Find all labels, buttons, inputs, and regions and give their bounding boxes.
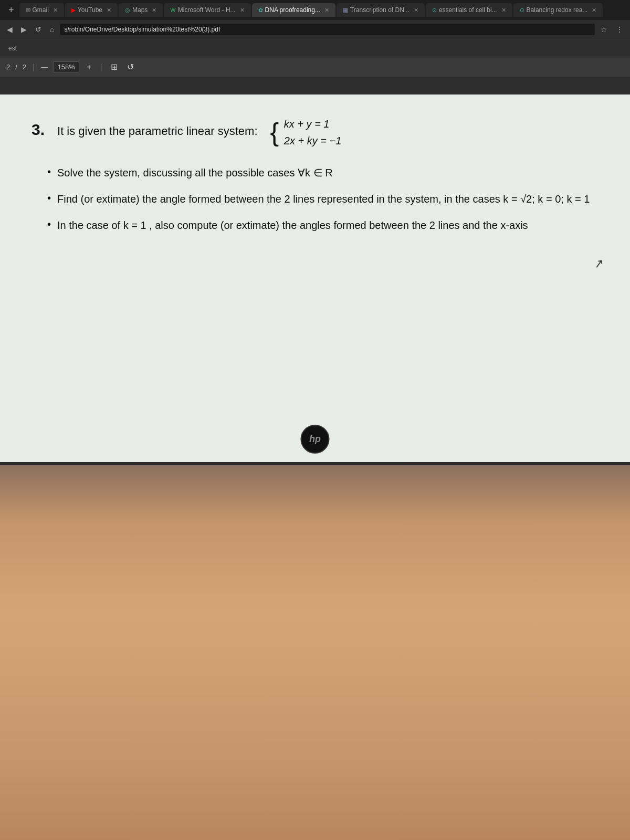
- bookmark-button[interactable]: ☆: [598, 24, 610, 35]
- tab-gmail-close[interactable]: ✕: [53, 7, 58, 14]
- tab-dna-label: DNA proofreading...: [265, 6, 320, 14]
- tab-balancing-label: Balancing redox rea...: [527, 6, 588, 14]
- pdf-rotate-button[interactable]: ↺: [125, 61, 136, 73]
- pdf-page: 3. It is given the parametric linear sys…: [0, 94, 630, 462]
- question-intro-text: It is given the parametric linear system…: [57, 124, 257, 138]
- menu-button[interactable]: ⋮: [613, 24, 626, 35]
- pdf-toolbar: 2 / 2 | — + | ⊞ ↺: [0, 57, 630, 77]
- tab-essentials-close[interactable]: ✕: [501, 7, 506, 14]
- youtube-favicon: ▶: [71, 7, 76, 14]
- tab-msword[interactable]: W Microsoft Word - H... ✕: [164, 3, 250, 17]
- screen-hp-text: hp: [309, 434, 321, 445]
- essentials-favicon: ⊙: [432, 7, 437, 14]
- tab-maps-close[interactable]: ✕: [152, 7, 156, 14]
- dna-favicon: ✿: [258, 7, 263, 14]
- brace-symbol: {: [270, 118, 279, 147]
- msword-favicon: W: [170, 7, 175, 13]
- pdf-zoom-input[interactable]: [53, 61, 79, 72]
- bullet-dot-3: •: [47, 218, 51, 230]
- equation-line-2: 2x + ky = −1: [284, 132, 342, 149]
- balancing-favicon: ⊙: [520, 7, 524, 14]
- screen-hp-logo: hp: [301, 425, 330, 454]
- tab-balancing-close[interactable]: ✕: [592, 7, 596, 14]
- bullet-dot-2: •: [47, 192, 51, 204]
- tab-transcription[interactable]: ▦ Transcription of DN... ✕: [337, 3, 425, 17]
- bookmarks-bar: est: [0, 39, 630, 57]
- pdf-zoom-plus[interactable]: +: [85, 61, 93, 73]
- bookmark-tab-label: est: [4, 43, 21, 54]
- laptop-screen: + ✉ Gmail ✕ ▶ YouTube ✕ ◎ Maps ✕ W: [0, 0, 630, 462]
- tab-gmail[interactable]: ✉ Gmail ✕: [19, 3, 64, 17]
- bullet-item-2: • Find (or extimate) the angle formed be…: [47, 191, 598, 207]
- equation-lines: kx + y = 1 2x + ky = −1: [284, 116, 342, 149]
- pdf-sep2: |: [100, 62, 102, 72]
- maps-favicon: ◎: [125, 7, 130, 14]
- question-number: 3.: [32, 121, 45, 139]
- tab-maps[interactable]: ◎ Maps ✕: [119, 3, 163, 17]
- pdf-separator: |: [33, 62, 35, 72]
- transcription-favicon: ▦: [343, 7, 348, 14]
- tab-youtube-label: YouTube: [78, 6, 102, 14]
- tab-msword-label: Microsoft Word - H...: [178, 6, 236, 14]
- address-input[interactable]: [60, 24, 595, 35]
- tab-gmail-label: Gmail: [33, 6, 49, 14]
- tab-transcription-close[interactable]: ✕: [414, 7, 418, 14]
- tab-dna[interactable]: ✿ DNA proofreading... ✕: [252, 3, 335, 17]
- pdf-fit-button[interactable]: ⊞: [109, 61, 120, 73]
- question-header: 3. It is given the parametric linear sys…: [32, 116, 598, 149]
- forward-button[interactable]: ▶: [18, 24, 29, 35]
- bullet-item-1: • Solve the system, discussing all the p…: [47, 165, 598, 181]
- bullet-item-3: • In the case of k = 1 , also compute (o…: [47, 217, 598, 233]
- bullet-text-3: In the case of k = 1 , also compute (or …: [57, 217, 528, 233]
- cursor-arrow: ↗: [593, 257, 605, 272]
- equation-line-1: kx + y = 1: [284, 116, 342, 132]
- tab-transcription-label: Transcription of DN...: [350, 6, 410, 14]
- back-button[interactable]: ◀: [4, 24, 15, 35]
- tab-balancing[interactable]: ⊙ Balancing redox rea... ✕: [513, 3, 603, 17]
- pdf-dash: —: [41, 63, 48, 71]
- bullet-dot-1: •: [47, 166, 51, 178]
- bullet-list: • Solve the system, discussing all the p…: [47, 165, 598, 233]
- address-bar-row: ◀ ▶ ↺ ⌂ ☆ ⋮: [0, 20, 630, 39]
- home-button[interactable]: ⌂: [47, 24, 57, 35]
- pdf-page-total: 2: [23, 63, 26, 71]
- bullet-text-2: Find (or extimate) the angle formed betw…: [57, 191, 590, 207]
- new-tab-button[interactable]: +: [4, 3, 18, 18]
- tab-essentials[interactable]: ⊙ essentials of cell bi... ✕: [426, 3, 512, 17]
- browser-chrome: + ✉ Gmail ✕ ▶ YouTube ✕ ◎ Maps ✕ W: [0, 0, 630, 94]
- pdf-page-sep: /: [15, 63, 17, 71]
- tab-maps-label: Maps: [132, 6, 148, 14]
- laptop-base: 🔊 ◄ ◄ ◄◄ ►| ►► → Stamp: [0, 465, 630, 840]
- tab-dna-close[interactable]: ✕: [324, 7, 329, 14]
- tab-msword-close[interactable]: ✕: [240, 7, 245, 14]
- tab-youtube[interactable]: ▶ YouTube ✕: [65, 3, 118, 17]
- equation-system: { kx + y = 1 2x + ky = −1: [270, 116, 342, 149]
- tab-youtube-close[interactable]: ✕: [107, 7, 111, 14]
- gmail-favicon: ✉: [26, 7, 30, 14]
- pdf-content: 3. It is given the parametric linear sys…: [0, 94, 630, 462]
- tab-essentials-label: essentials of cell bi...: [439, 6, 497, 14]
- reload-button[interactable]: ↺: [33, 24, 44, 35]
- bookmark-prefix-label: est: [8, 45, 17, 52]
- bullet-text-1: Solve the system, discussing all the pos…: [57, 165, 333, 181]
- pdf-page-current: 2: [6, 63, 10, 71]
- tab-bar: + ✉ Gmail ✕ ▶ YouTube ✕ ◎ Maps ✕ W: [0, 0, 630, 20]
